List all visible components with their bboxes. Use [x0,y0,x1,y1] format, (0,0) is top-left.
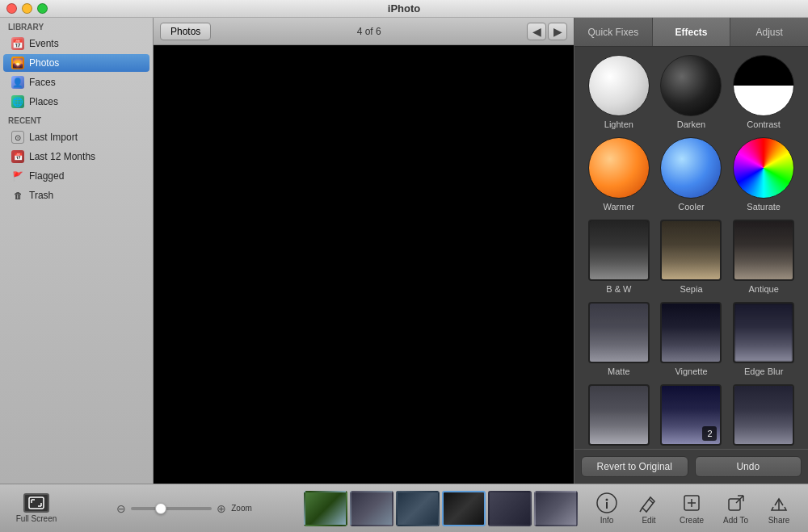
effect-antique[interactable]: Antique [733,220,794,294]
thumbnails-strip [304,491,578,526]
effect-cooler[interactable]: Cooler [660,137,722,212]
sepia-thumb [660,220,722,281]
effect-edge-blur[interactable]: Edge Blur [733,302,794,376]
effect-boost[interactable]: 2 Boost [660,384,722,449]
thumb-strip-1[interactable] [304,491,347,526]
sidebar-item-last-12-months[interactable]: 📅 Last 12 Months [3,148,149,165]
effect-row-1: Lighten Darken Contrast [583,55,800,129]
tab-quick-fixes[interactable]: Quick Fixes [574,18,653,46]
faces-label: Faces [29,77,56,88]
matte-label: Matte [608,367,630,376]
minimize-button[interactable] [22,3,32,14]
trash-icon: 🗑 [11,189,24,202]
events-icon: 📅 [11,37,24,50]
thumb-strip-4[interactable] [442,491,486,526]
thumb-strip-6[interactable] [534,491,578,526]
bottom-actions: Info Edit Create [586,488,800,528]
edge-blur-label: Edge Blur [744,367,783,376]
sidebar-item-places[interactable]: 🌐 Places [3,93,149,111]
flagged-icon: 🚩 [11,170,24,182]
prev-arrow[interactable]: ◀ [527,23,546,40]
action-add-to[interactable]: Add To [713,488,758,528]
effect-none[interactable]: None [733,384,794,449]
zoom-thumb [155,503,166,514]
sidebar-item-trash[interactable]: 🗑 Trash [3,186,149,204]
effect-matte[interactable]: Matte [588,302,650,376]
vignette-label: Vignette [675,367,707,376]
effect-bw[interactable]: B & W [588,220,650,294]
undo-button[interactable]: Undo [695,456,802,477]
effect-lighten[interactable]: Lighten [588,55,650,129]
maximize-button[interactable] [37,3,48,14]
thumb-strip-2[interactable] [350,491,393,526]
faces-icon: 👤 [11,76,24,89]
flagged-label: Flagged [29,170,64,182]
contrast-ball [733,55,794,116]
share-icon [768,492,790,514]
antique-thumb [733,220,794,281]
edit-icon [638,492,660,514]
sidebar-item-events[interactable]: 📅 Events [3,35,149,52]
app-title: iPhoto [388,2,420,15]
revert-button[interactable]: Revert to Original [581,456,688,477]
places-icon: 🌐 [11,95,24,108]
saturate-label: Saturate [747,202,781,212]
effect-fade[interactable]: Fade [588,384,650,449]
effect-contrast[interactable]: Contrast [733,55,794,129]
vignette-thumb [660,302,722,363]
bw-thumb [588,220,650,281]
effect-warmer[interactable]: Warmer [588,137,650,212]
events-label: Events [29,38,59,49]
close-button[interactable] [6,3,17,14]
thumb-strip-3[interactable] [396,491,440,526]
right-panel: Quick Fixes Effects Adjust Lighten [574,18,808,484]
places-label: Places [29,96,58,107]
bottom-bar: Full Screen ⊖ ⊕ Zoom Info [0,484,808,532]
photos-icon: 🌄 [11,57,24,69]
thumb-strip-5[interactable] [488,491,532,526]
svg-point-6 [606,499,608,501]
sidebar-item-photos[interactable]: 🌄 Photos [3,54,149,72]
photos-label: Photos [29,57,59,69]
warmer-label: Warmer [603,202,634,212]
none-thumb [733,384,794,446]
effects-grid: Lighten Darken Contrast Warmer [574,47,808,449]
trash-label: Trash [29,190,53,201]
matte-thumb [588,302,650,363]
tab-effects[interactable]: Effects [653,18,731,46]
photos-back-button[interactable]: Photos [160,23,211,40]
effect-darken[interactable]: Darken [660,55,722,129]
zoom-slider[interactable] [131,507,212,510]
darken-ball [660,55,722,116]
full-screen-button[interactable]: Full Screen [8,493,65,523]
full-screen-label: Full Screen [16,514,57,523]
title-bar: iPhoto [0,0,808,18]
share-label: Share [768,516,790,525]
svg-line-8 [640,508,642,512]
add-to-icon [725,492,747,514]
action-edit[interactable]: Edit [628,488,670,528]
sidebar-item-last-import[interactable]: ⊙ Last Import [3,128,149,146]
last-import-icon: ⊙ [11,131,24,144]
add-to-label: Add To [723,516,748,525]
sidebar-item-faces[interactable]: 👤 Faces [3,73,149,91]
effect-saturate[interactable]: Saturate [733,137,794,212]
panel-tabs: Quick Fixes Effects Adjust [574,18,808,47]
effect-sepia[interactable]: Sepia [660,220,722,294]
effect-row-4: Matte Vignette Edge Blur [583,302,800,376]
action-share[interactable]: Share [758,488,800,528]
zoom-control[interactable]: ⊖ ⊕ Zoom [65,502,304,515]
tab-adjust[interactable]: Adjust [730,18,808,46]
action-info[interactable]: Info [586,488,628,528]
effect-vignette[interactable]: Vignette [660,302,722,376]
sidebar-item-flagged[interactable]: 🚩 Flagged [3,167,149,185]
action-create[interactable]: Create [670,488,713,528]
effect-row-2: Warmer Cooler Saturate [583,137,800,212]
edit-label: Edit [642,516,655,525]
info-icon [595,492,618,514]
lighten-ball [588,55,650,116]
main-layout: Library 📅 Events 🌄 Photos 👤 Faces 🌐 Plac… [0,18,808,484]
next-arrow[interactable]: ▶ [548,23,567,40]
recent-header: Recent [0,111,153,128]
window-controls [6,3,48,14]
